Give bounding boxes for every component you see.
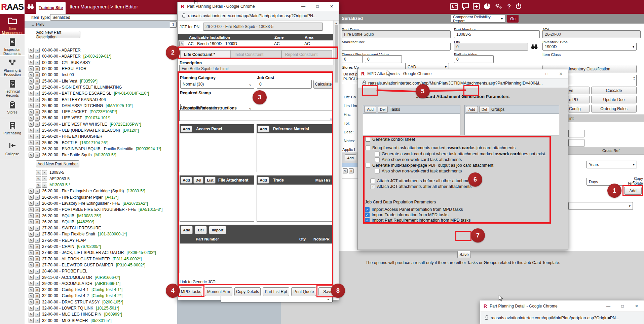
edit-icon[interactable]: ✎	[29, 232, 34, 237]
delete-icon[interactable]: ×	[35, 103, 40, 108]
delete-icon[interactable]: ×	[35, 72, 40, 77]
file-attachment-list[interactable]	[180, 185, 254, 222]
groups-del-button[interactable]: Del	[479, 106, 489, 113]
delete-icon[interactable]: ×	[35, 153, 40, 158]
report-select[interactable]: Component Reliability Report ▾	[451, 15, 505, 23]
part-description[interactable]: 26-20-00 - Fire Extinguisher Cartridge (…	[42, 189, 124, 193]
scrollbar-thumb[interactable]	[335, 25, 338, 83]
delete-icon[interactable]: ×	[35, 213, 40, 218]
edit-icon[interactable]: ✎	[29, 78, 34, 84]
delete-icon[interactable]: ×	[42, 176, 47, 181]
sidebar-item-collapse[interactable]: Collapse	[0, 139, 25, 160]
edit-icon[interactable]: ✎	[29, 72, 34, 77]
part-description[interactable]: 27-60-00 - JACK, LIFT SPOILER ACTUATOR	[42, 250, 124, 255]
timex-input-1[interactable]: 0	[342, 55, 363, 63]
edit-icon[interactable]: ✎	[29, 318, 34, 323]
edit-icon[interactable]: ✎	[29, 226, 34, 231]
edit-icon[interactable]: ✎	[29, 122, 34, 127]
part-description[interactable]: 00-00-00 - test 00	[42, 72, 74, 77]
edit-icon[interactable]: ✎	[29, 201, 34, 206]
calculate-button[interactable]: Calculate	[313, 80, 333, 89]
edit-icon[interactable]: ✎	[29, 66, 34, 71]
delete-icon[interactable]: ×	[35, 219, 40, 224]
minimize-button[interactable]: —	[601, 304, 615, 309]
part-description[interactable]: 32-00-00 - DRAG STRUT ASSY	[42, 300, 100, 304]
groups-list[interactable]	[464, 114, 559, 135]
edit-icon[interactable]: ✎	[29, 109, 34, 115]
delete-icon[interactable]: ×	[35, 293, 40, 298]
help-icon[interactable]: ?	[507, 3, 512, 11]
copy-details-button[interactable]: Copy Details	[234, 287, 261, 296]
delete-icon[interactable]: ×	[35, 318, 40, 323]
edit-icon[interactable]: ✎	[29, 146, 34, 151]
edit-icon[interactable]: ✎	[29, 153, 34, 158]
ordering-rules-button[interactable]: Ordering Rules	[591, 105, 637, 112]
resize-handle[interactable]: ◫	[330, 117, 333, 120]
delete-icon[interactable]: ×	[35, 299, 40, 304]
delete-icon[interactable]: ×	[35, 109, 40, 115]
tab-initial-constraint[interactable]: Initial Constraint	[231, 50, 281, 59]
part-description[interactable]: 32-00-00 - MLG SPACER	[42, 318, 88, 323]
spinner-icon[interactable]: ▲▼	[633, 76, 635, 80]
access-panel-list[interactable]	[180, 133, 254, 172]
gears-icon[interactable]	[494, 3, 503, 11]
edit-icon[interactable]: ✎	[29, 85, 34, 90]
edit-icon[interactable]: ✎	[29, 97, 34, 102]
checkbox[interactable]	[375, 152, 380, 156]
close-button[interactable]: ✕	[630, 304, 644, 309]
sidebar-item-technical-records[interactable]: Technical Records	[0, 76, 25, 97]
edit-icon[interactable]: ✎	[29, 48, 34, 53]
update-due-button[interactable]: Update Due	[591, 96, 637, 103]
edit-icon[interactable]: ✎	[29, 293, 34, 298]
delete-icon[interactable]: ×	[35, 238, 40, 243]
delete-icon[interactable]: ×	[35, 189, 40, 194]
id-card-icon[interactable]	[450, 3, 458, 11]
minimize-button[interactable]: —	[296, 4, 310, 9]
delete-icon[interactable]: ×	[35, 128, 40, 133]
delete-icon[interactable]: ×	[42, 183, 47, 188]
part-description[interactable]: 25-20-00 - SIGN EXIT SELF ILLUMINATING	[42, 85, 122, 90]
edit-icon[interactable]: ✎	[29, 312, 34, 317]
file-attachment-del-button[interactable]: Del	[193, 177, 203, 184]
part-description[interactable]: 27-50-00 - RELAY FLAP	[42, 238, 86, 243]
tab-repeat-constraint[interactable]: Repeat Constraint	[281, 50, 332, 59]
partial-button[interactable]: ve	[568, 87, 590, 94]
part-description[interactable]: 28-40-00 - PROBE FUEL	[42, 269, 87, 273]
edit-icon[interactable]: ✎	[29, 103, 34, 108]
vertical-scrollbar[interactable]: ▲	[333, 21, 339, 300]
edit-icon[interactable]: ✎	[36, 183, 41, 188]
mpd-save-button[interactable]: Save	[457, 251, 471, 258]
delete-icon[interactable]: ×	[35, 312, 40, 317]
edit-icon[interactable]: ✎	[29, 262, 34, 267]
manufacturer-input[interactable]	[342, 43, 451, 51]
close-button[interactable]: ✕	[325, 4, 339, 9]
file-attachment-add-button[interactable]: Add	[181, 177, 192, 184]
delete-icon[interactable]: ×	[35, 269, 40, 274]
delete-icon[interactable]: ×	[35, 122, 40, 127]
resale-input[interactable]: 0	[454, 55, 494, 63]
part-description[interactable]: 27-70-00 - AILERON GUST DAMPER	[42, 257, 110, 261]
part-add-button[interactable]: Add	[181, 226, 193, 234]
years-select[interactable]: Years▾	[586, 161, 637, 168]
url-bar[interactable]: raasais.aviationintertec.com/app/MainPla…	[178, 11, 339, 21]
trade-list[interactable]	[257, 185, 333, 222]
edit-icon[interactable]: ✎	[36, 176, 41, 181]
groups-add-button[interactable]: Add	[466, 106, 478, 113]
edit-icon[interactable]: ✎	[29, 207, 34, 212]
edit-icon[interactable]: ✎	[29, 281, 34, 286]
maximize-button[interactable]: □	[310, 4, 325, 9]
edit-icon[interactable]: ✎	[29, 275, 34, 280]
checkbox[interactable]	[370, 179, 375, 183]
part-description[interactable]: 25-60-25 - BOTTLE	[42, 140, 77, 145]
part-description[interactable]: 26-20-00 - SQUIB	[42, 220, 74, 224]
sidebar-item-purchasing[interactable]: Purchasing	[0, 118, 25, 139]
edit-icon[interactable]: ✎	[29, 287, 34, 292]
part-description[interactable]: 25-60-00 - LIFE VEST	[42, 116, 82, 120]
description-input[interactable]: Fire Bottle Squib Life Limit	[179, 65, 333, 72]
delete-icon[interactable]: ×	[35, 146, 40, 151]
edit-icon[interactable]: ✎	[29, 60, 34, 65]
sidebar-item-planning-production[interactable]: Planning & Production	[0, 56, 25, 76]
delete-icon[interactable]: ×	[35, 60, 40, 65]
part-description[interactable]: AE13083-5	[49, 176, 70, 181]
edit-icon[interactable]: ✎	[36, 170, 41, 175]
